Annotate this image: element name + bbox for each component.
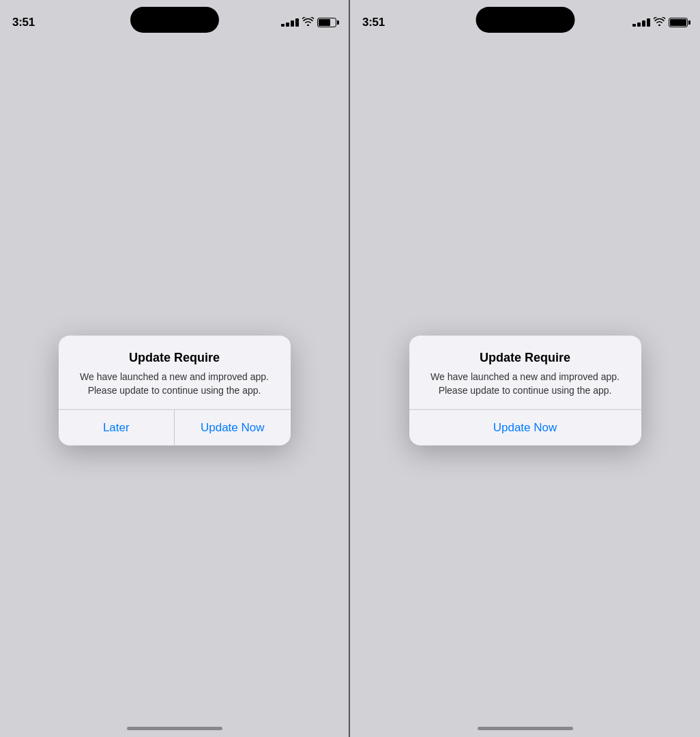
right-signal-icon <box>632 18 650 27</box>
right-time: 3:51 <box>362 16 385 29</box>
left-alert-container: Update Require We have launched a new an… <box>59 336 291 446</box>
left-alert-title: Update Require <box>72 351 277 365</box>
right-phone-screen: 3:51 U <box>350 0 700 737</box>
left-phone-screen: 3:51 U <box>0 0 350 737</box>
left-alert-box: Update Require We have launched a new an… <box>59 336 291 446</box>
left-alert-content: Update Require We have launched a new an… <box>59 336 291 409</box>
right-alert-buttons: Update Now <box>409 410 641 446</box>
left-signal-icon <box>281 18 299 27</box>
right-dynamic-island <box>476 7 574 33</box>
right-status-bar: 3:51 <box>350 0 700 37</box>
right-alert-content: Update Require We have launched a new an… <box>409 336 641 409</box>
left-wifi-icon <box>302 17 314 28</box>
right-alert-message: We have launched a new and improved app.… <box>423 371 628 397</box>
right-status-icons <box>632 17 688 28</box>
left-home-indicator <box>127 727 222 730</box>
left-status-bar: 3:51 <box>0 0 349 37</box>
left-alert-message: We have launched a new and improved app.… <box>72 371 277 397</box>
left-time: 3:51 <box>12 16 35 29</box>
right-battery-icon <box>669 18 688 27</box>
right-wifi-icon <box>654 17 665 28</box>
left-battery-icon <box>317 18 336 27</box>
left-update-now-button[interactable]: Update Now <box>175 410 291 446</box>
right-alert-container: Update Require We have launched a new an… <box>409 336 641 446</box>
left-later-button[interactable]: Later <box>59 410 175 446</box>
right-alert-box: Update Require We have launched a new an… <box>409 336 641 446</box>
left-alert-buttons: Later Update Now <box>59 410 291 446</box>
right-update-now-button[interactable]: Update Now <box>409 410 641 446</box>
right-home-indicator <box>478 727 573 730</box>
left-status-icons <box>281 17 336 28</box>
left-dynamic-island <box>130 7 219 33</box>
right-alert-title: Update Require <box>423 351 628 365</box>
